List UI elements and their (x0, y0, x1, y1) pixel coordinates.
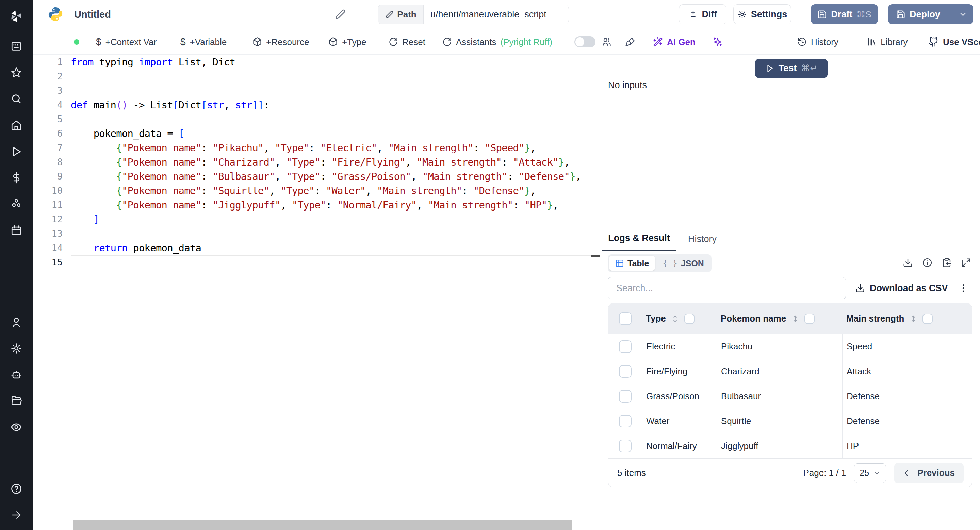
code-line[interactable]: ] (71, 212, 591, 227)
sort-icon[interactable] (671, 314, 679, 323)
result-action-icons (903, 257, 971, 268)
code-line[interactable]: {"Pokemon name": "Charizard", "Type": "F… (71, 155, 591, 169)
row-checkbox[interactable] (619, 440, 632, 452)
sidebar-item-home[interactable] (0, 112, 33, 138)
folders-icon (11, 395, 22, 407)
sidebar-item-settings[interactable] (0, 335, 33, 361)
table-row[interactable]: ElectricPikachuSpeed (608, 334, 972, 359)
edit-summary-pencil-icon[interactable] (335, 9, 346, 20)
result-controls: Table { } JSON (601, 252, 980, 274)
horizontal-scrollbar[interactable] (73, 520, 572, 530)
ai-gen-button[interactable]: AI Gen (653, 29, 695, 55)
dollar-icon: $ (96, 37, 102, 47)
code-line[interactable] (71, 69, 591, 83)
download-csv-button[interactable]: Download as CSV (856, 277, 948, 299)
format-code-button[interactable] (625, 29, 636, 55)
deploy-options-button[interactable] (952, 5, 973, 24)
diff-button[interactable]: Diff (679, 5, 727, 24)
table-cell: Electric (642, 334, 717, 359)
sidebar-item-workspace[interactable] (0, 33, 33, 59)
code-line[interactable]: {"Pokemon name": "Squirtle", "Type": "Wa… (71, 184, 591, 198)
reset-button[interactable]: Reset (388, 29, 425, 55)
sidebar-item-expand[interactable] (0, 502, 33, 528)
code-line[interactable]: def main() -> List[Dict[str, str]]: (71, 98, 591, 112)
assistants-button[interactable]: Assistants (Pyright Ruff) (442, 29, 552, 55)
sidebar-item-help[interactable] (0, 476, 33, 502)
code-editor[interactable]: 123456789101112131415 from typing import… (33, 55, 601, 530)
select-all-checkbox[interactable] (619, 312, 632, 325)
clipboard-copy-icon[interactable] (942, 257, 952, 268)
multiplayer-toggle[interactable] (574, 29, 595, 55)
ai-sparkles-button[interactable] (713, 29, 723, 55)
table-row[interactable]: Fire/FlyingCharizardAttack (608, 359, 972, 383)
tab-logs-result[interactable]: Logs & Result (601, 227, 676, 251)
column-filter-checkbox[interactable] (804, 314, 815, 324)
chevron-down-icon (873, 469, 881, 477)
view-mode-json[interactable]: { } JSON (656, 256, 710, 271)
row-checkbox[interactable] (619, 340, 632, 353)
expand-icon[interactable] (961, 257, 971, 268)
column-header-type[interactable]: Type (642, 313, 717, 324)
deploy-button[interactable]: Deploy (888, 5, 948, 24)
add-context-var-button[interactable]: $ +Context Var (96, 29, 156, 55)
sidebar-item-resources[interactable] (0, 191, 33, 217)
use-vscode-button[interactable]: Use VScode (929, 29, 980, 55)
code-line[interactable]: {"Pokemon name": "Bulbasaur", "Type": "G… (71, 169, 591, 184)
code-line[interactable]: {"Pokemon name": "Pikachu", "Type": "Ele… (71, 140, 591, 155)
kebab-menu-button[interactable] (958, 277, 969, 299)
settings-button[interactable]: Settings (733, 5, 791, 24)
previous-page-button[interactable]: Previous (894, 463, 964, 483)
table-row[interactable]: WaterSquirtleDefense (608, 409, 972, 434)
view-mode-table[interactable]: Table (609, 256, 655, 271)
code-line[interactable]: return pokemon_data (71, 241, 591, 255)
test-button[interactable]: Test ⌘↵ (755, 59, 828, 78)
windmill-logo[interactable] (0, 0, 33, 33)
library-button[interactable]: Library (867, 29, 907, 55)
sidebar-item-search[interactable] (0, 86, 33, 112)
code-line[interactable] (71, 83, 591, 98)
column-filter-checkbox[interactable] (923, 314, 933, 324)
collaborators-button[interactable] (601, 29, 612, 55)
draft-button[interactable]: Draft ⌘S (811, 5, 878, 24)
sort-icon[interactable] (791, 314, 800, 323)
info-icon[interactable] (922, 257, 932, 268)
download-icon[interactable] (903, 257, 913, 268)
history-button[interactable]: History (797, 29, 838, 55)
table-row[interactable]: Grass/PoisonBulbasaurDefense (608, 383, 972, 409)
row-checkbox[interactable] (619, 390, 632, 402)
toggle-switch[interactable] (574, 37, 595, 47)
sidebar-item-favorites[interactable] (0, 59, 33, 86)
sidebar-item-variables[interactable] (0, 164, 33, 191)
code-lines[interactable]: from typing import List, Dictdef main() … (71, 55, 591, 530)
tab-history[interactable]: History (682, 227, 722, 251)
table-row[interactable]: Normal/FairyJigglypuffHP (608, 434, 972, 458)
column-header-main-strength[interactable]: Main strength (842, 313, 972, 324)
sidebar-item-audit[interactable] (0, 414, 33, 440)
path-value[interactable]: u/henri/maneuverable_script (424, 5, 569, 24)
sidebar-item-runs[interactable] (0, 138, 33, 164)
code-line[interactable] (71, 112, 591, 126)
add-resource-button[interactable]: +Resource (253, 29, 309, 55)
sidebar-item-folders[interactable] (0, 388, 33, 414)
row-checkbox[interactable] (619, 365, 632, 378)
code-line[interactable]: pokemon_data = [ (71, 126, 591, 140)
add-type-button[interactable]: +Type (328, 29, 366, 55)
code-line[interactable]: from typing import List, Dict (71, 55, 591, 69)
code-line[interactable]: {"Pokemon name": "Jigglypuff", "Type": "… (71, 198, 591, 212)
line-number: 8 (33, 155, 71, 169)
sort-icon[interactable] (909, 314, 918, 323)
code-line[interactable] (71, 255, 591, 270)
sidebar-item-workers[interactable] (0, 361, 33, 388)
arrow-left-icon (903, 468, 913, 478)
column-header-pokemon-name[interactable]: Pokemon name (717, 313, 842, 324)
page-size-select[interactable]: 25 (854, 463, 886, 483)
sidebar-item-schedules[interactable] (0, 217, 33, 243)
code-line[interactable] (71, 227, 591, 241)
sidebar-item-user[interactable] (0, 309, 33, 335)
search-input[interactable] (608, 277, 846, 299)
column-filter-checkbox[interactable] (684, 314, 695, 324)
table-cell: Charizard (717, 359, 842, 383)
add-variable-button[interactable]: $ +Variable (180, 29, 227, 55)
script-path-field[interactable]: Path u/henri/maneuverable_script (378, 5, 569, 24)
row-checkbox[interactable] (619, 415, 632, 428)
